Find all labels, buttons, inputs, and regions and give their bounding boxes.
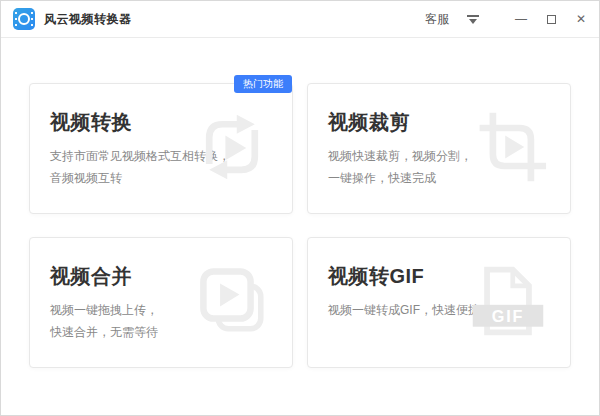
gif-file-icon: GIF xyxy=(468,262,548,344)
card-video-convert[interactable]: 热门功能 视频转换 支持市面常见视频格式互相转换， 音频视频互转 xyxy=(29,83,293,214)
app-title: 风云视频转换器 xyxy=(44,11,132,28)
customer-service-link[interactable]: 客服 xyxy=(425,11,449,28)
gif-ribbon-label: GIF xyxy=(492,306,525,324)
titlebar-controls: 客服 — ✕ xyxy=(425,10,589,28)
app-logo-icon xyxy=(13,8,35,30)
hot-feature-badge: 热门功能 xyxy=(234,75,292,93)
crop-play-icon xyxy=(472,108,548,190)
stack-play-icon xyxy=(196,263,270,343)
main-area: 热门功能 视频转换 支持市面常见视频格式互相转换， 音频视频互转 视频裁剪 视频… xyxy=(1,38,599,368)
card-video-crop[interactable]: 视频裁剪 视频快速裁剪，视频分割， 一键操作，快速完成 xyxy=(307,83,571,214)
minimize-button[interactable]: — xyxy=(513,10,529,28)
titlebar: 风云视频转换器 客服 — ✕ xyxy=(1,1,599,38)
maximize-button[interactable] xyxy=(543,10,559,28)
card-video-to-gif[interactable]: 视频转GIF 视频一键转成GIF，快速便捷 GIF xyxy=(307,237,571,368)
feature-cards-grid: 热门功能 视频转换 支持市面常见视频格式互相转换， 音频视频互转 视频裁剪 视频… xyxy=(29,83,571,368)
maximize-icon xyxy=(547,15,556,24)
loop-play-icon xyxy=(194,108,270,190)
card-video-merge[interactable]: 视频合并 视频一键拖拽上传， 快速合并，无需等待 xyxy=(29,237,293,368)
menu-dropdown-icon[interactable] xyxy=(467,15,479,24)
close-button[interactable]: ✕ xyxy=(573,10,589,28)
